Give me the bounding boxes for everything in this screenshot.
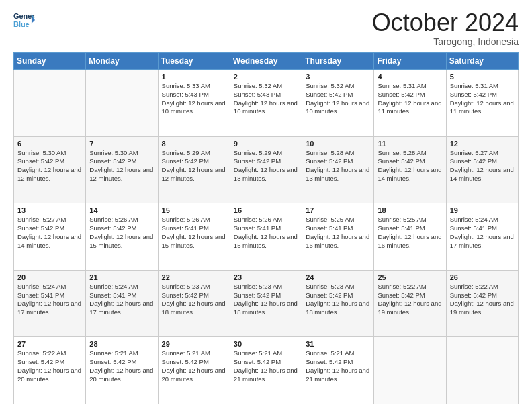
day-info: Sunrise: 5:31 AM Sunset: 5:42 PM Dayligh… <box>450 82 515 116</box>
day-info: Sunrise: 5:32 AM Sunset: 5:42 PM Dayligh… <box>306 82 370 116</box>
calendar-cell: 12Sunrise: 5:27 AM Sunset: 5:42 PM Dayli… <box>446 136 518 203</box>
day-info: Sunrise: 5:24 AM Sunset: 5:41 PM Dayligh… <box>17 283 82 317</box>
day-info: Sunrise: 5:21 AM Sunset: 5:42 PM Dayligh… <box>234 349 298 383</box>
day-info: Sunrise: 5:26 AM Sunset: 5:41 PM Dayligh… <box>162 216 226 250</box>
day-info: Sunrise: 5:29 AM Sunset: 5:42 PM Dayligh… <box>234 149 298 183</box>
calendar-cell <box>446 337 518 404</box>
calendar-cell: 10Sunrise: 5:28 AM Sunset: 5:42 PM Dayli… <box>302 136 374 203</box>
weekday-header-sunday: Sunday <box>14 53 86 70</box>
day-info: Sunrise: 5:25 AM Sunset: 5:41 PM Dayligh… <box>378 216 442 250</box>
day-number: 19 <box>450 206 515 214</box>
calendar-cell: 9Sunrise: 5:29 AM Sunset: 5:42 PM Daylig… <box>230 136 302 203</box>
day-info: Sunrise: 5:33 AM Sunset: 5:43 PM Dayligh… <box>162 82 226 116</box>
day-number: 13 <box>17 206 82 214</box>
day-info: Sunrise: 5:21 AM Sunset: 5:42 PM Dayligh… <box>306 349 370 383</box>
day-number: 27 <box>17 340 82 348</box>
calendar-cell: 26Sunrise: 5:22 AM Sunset: 5:42 PM Dayli… <box>446 270 518 337</box>
calendar-cell: 6Sunrise: 5:30 AM Sunset: 5:42 PM Daylig… <box>14 136 86 203</box>
day-number: 31 <box>306 340 370 348</box>
day-number: 29 <box>162 340 226 348</box>
calendar-cell <box>14 70 86 137</box>
weekday-header-monday: Monday <box>86 53 158 70</box>
calendar-cell: 27Sunrise: 5:22 AM Sunset: 5:42 PM Dayli… <box>14 337 86 404</box>
weekday-header-thursday: Thursday <box>302 53 374 70</box>
day-number: 25 <box>378 273 442 281</box>
calendar-cell: 29Sunrise: 5:21 AM Sunset: 5:42 PM Dayli… <box>158 337 230 404</box>
calendar-week-3: 13Sunrise: 5:27 AM Sunset: 5:42 PM Dayli… <box>14 203 519 271</box>
calendar-cell: 7Sunrise: 5:30 AM Sunset: 5:42 PM Daylig… <box>86 136 158 203</box>
weekday-row: SundayMondayTuesdayWednesdayThursdayFrid… <box>14 53 519 70</box>
calendar-cell: 4Sunrise: 5:31 AM Sunset: 5:42 PM Daylig… <box>374 70 446 137</box>
calendar-cell: 24Sunrise: 5:23 AM Sunset: 5:42 PM Dayli… <box>302 270 374 337</box>
calendar-header: SundayMondayTuesdayWednesdayThursdayFrid… <box>14 53 519 70</box>
calendar-cell: 1Sunrise: 5:33 AM Sunset: 5:43 PM Daylig… <box>158 70 230 137</box>
day-info: Sunrise: 5:28 AM Sunset: 5:42 PM Dayligh… <box>378 149 442 183</box>
calendar-cell <box>374 337 446 404</box>
location: Tarogong, Indonesia <box>372 36 519 47</box>
day-info: Sunrise: 5:31 AM Sunset: 5:42 PM Dayligh… <box>378 82 442 116</box>
calendar-week-2: 6Sunrise: 5:30 AM Sunset: 5:42 PM Daylig… <box>14 136 519 203</box>
calendar-table: SundayMondayTuesdayWednesdayThursdayFrid… <box>13 52 519 404</box>
day-info: Sunrise: 5:23 AM Sunset: 5:42 PM Dayligh… <box>234 283 298 317</box>
day-number: 5 <box>450 73 515 81</box>
day-number: 21 <box>89 273 154 281</box>
day-info: Sunrise: 5:32 AM Sunset: 5:43 PM Dayligh… <box>234 82 298 116</box>
calendar-week-4: 20Sunrise: 5:24 AM Sunset: 5:41 PM Dayli… <box>14 270 519 337</box>
calendar-cell: 21Sunrise: 5:24 AM Sunset: 5:41 PM Dayli… <box>86 270 158 337</box>
day-info: Sunrise: 5:23 AM Sunset: 5:42 PM Dayligh… <box>162 283 226 317</box>
calendar-cell: 5Sunrise: 5:31 AM Sunset: 5:42 PM Daylig… <box>446 70 518 137</box>
day-info: Sunrise: 5:24 AM Sunset: 5:41 PM Dayligh… <box>450 216 515 250</box>
day-number: 22 <box>162 273 226 281</box>
day-info: Sunrise: 5:26 AM Sunset: 5:42 PM Dayligh… <box>89 216 154 250</box>
calendar-cell: 3Sunrise: 5:32 AM Sunset: 5:42 PM Daylig… <box>302 70 374 137</box>
calendar-cell: 31Sunrise: 5:21 AM Sunset: 5:42 PM Dayli… <box>302 337 374 404</box>
day-info: Sunrise: 5:21 AM Sunset: 5:42 PM Dayligh… <box>89 349 154 383</box>
day-number: 15 <box>162 206 226 214</box>
logo-icon: General Blue <box>13 11 35 30</box>
day-info: Sunrise: 5:23 AM Sunset: 5:42 PM Dayligh… <box>306 283 370 317</box>
day-info: Sunrise: 5:22 AM Sunset: 5:42 PM Dayligh… <box>378 283 442 317</box>
weekday-header-wednesday: Wednesday <box>230 53 302 70</box>
day-number: 2 <box>234 73 298 81</box>
day-info: Sunrise: 5:30 AM Sunset: 5:42 PM Dayligh… <box>89 149 154 183</box>
calendar-cell: 14Sunrise: 5:26 AM Sunset: 5:42 PM Dayli… <box>86 203 158 271</box>
top-bar: General Blue October 2024 Tarogong, Indo… <box>13 11 519 47</box>
calendar-cell: 16Sunrise: 5:26 AM Sunset: 5:41 PM Dayli… <box>230 203 302 271</box>
calendar-cell: 30Sunrise: 5:21 AM Sunset: 5:42 PM Dayli… <box>230 337 302 404</box>
day-number: 30 <box>234 340 298 348</box>
day-number: 24 <box>306 273 370 281</box>
calendar-cell: 22Sunrise: 5:23 AM Sunset: 5:42 PM Dayli… <box>158 270 230 337</box>
calendar-page: General Blue October 2024 Tarogong, Indo… <box>0 0 532 411</box>
weekday-header-saturday: Saturday <box>446 53 518 70</box>
day-number: 4 <box>378 73 442 81</box>
day-info: Sunrise: 5:27 AM Sunset: 5:42 PM Dayligh… <box>17 216 82 250</box>
day-number: 9 <box>234 140 298 148</box>
calendar-week-1: 1Sunrise: 5:33 AM Sunset: 5:43 PM Daylig… <box>14 70 519 137</box>
day-number: 20 <box>17 273 82 281</box>
day-number: 10 <box>306 140 370 148</box>
day-number: 23 <box>234 273 298 281</box>
calendar-week-5: 27Sunrise: 5:22 AM Sunset: 5:42 PM Dayli… <box>14 337 519 404</box>
calendar-cell: 20Sunrise: 5:24 AM Sunset: 5:41 PM Dayli… <box>14 270 86 337</box>
day-number: 17 <box>306 206 370 214</box>
weekday-header-tuesday: Tuesday <box>158 53 230 70</box>
calendar-cell: 18Sunrise: 5:25 AM Sunset: 5:41 PM Dayli… <box>374 203 446 271</box>
day-number: 6 <box>17 140 82 148</box>
day-number: 14 <box>89 206 154 214</box>
weekday-header-friday: Friday <box>374 53 446 70</box>
day-number: 28 <box>89 340 154 348</box>
day-info: Sunrise: 5:25 AM Sunset: 5:41 PM Dayligh… <box>306 216 370 250</box>
logo: General Blue <box>13 11 35 30</box>
day-number: 1 <box>162 73 226 81</box>
svg-text:Blue: Blue <box>13 20 30 28</box>
day-info: Sunrise: 5:21 AM Sunset: 5:42 PM Dayligh… <box>162 349 226 383</box>
calendar-cell: 23Sunrise: 5:23 AM Sunset: 5:42 PM Dayli… <box>230 270 302 337</box>
day-number: 18 <box>378 206 442 214</box>
day-info: Sunrise: 5:22 AM Sunset: 5:42 PM Dayligh… <box>450 283 515 317</box>
day-number: 16 <box>234 206 298 214</box>
day-number: 7 <box>89 140 154 148</box>
title-block: October 2024 Tarogong, Indonesia <box>372 11 519 47</box>
day-number: 8 <box>162 140 226 148</box>
day-number: 26 <box>450 273 515 281</box>
day-number: 3 <box>306 73 370 81</box>
